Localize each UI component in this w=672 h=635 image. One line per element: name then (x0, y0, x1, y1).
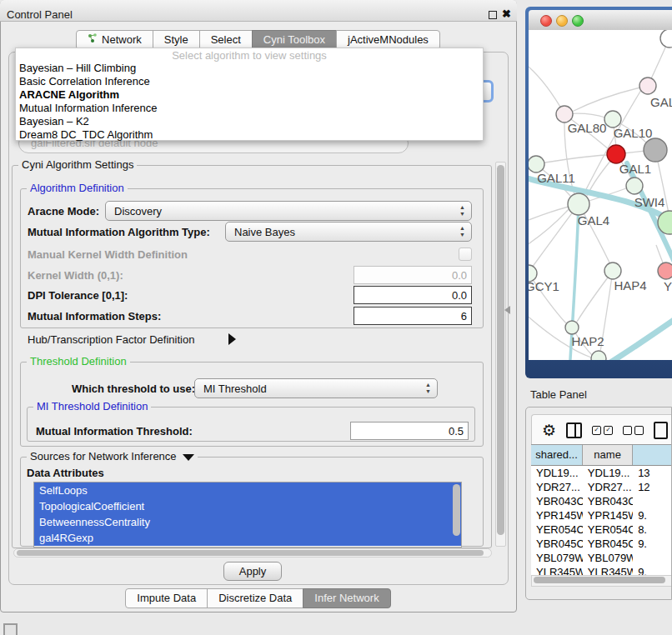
algorithm-option[interactable]: Mutual Information Inference (16, 102, 483, 115)
network-edge[interactable] (577, 271, 613, 322)
node-table[interactable]: shared...name YDL19...YDL19...13YDR27...… (531, 444, 672, 576)
network-graph[interactable]: GALGAL80GAL10GAL1GAL11SWI4GAL4GCY1HAP4YH… (529, 30, 672, 360)
table-cell: YPR145W (531, 508, 583, 522)
table-cell: YBR045C (583, 537, 633, 551)
table-row[interactable]: YBL079WYBL079W (531, 551, 672, 565)
window-zoom-icon[interactable] (572, 15, 584, 27)
algorithm-definition-title: Algorithm Definition (27, 182, 128, 194)
algorithm-option[interactable]: Dream8 DC_TDC Algorithm (16, 128, 483, 142)
network-node-y[interactable] (658, 262, 672, 279)
table-panel-window: ⚙ ✓✓ shared...name YDL19...YDL19...13YDR… (525, 407, 672, 600)
apply-button[interactable]: Apply (223, 562, 282, 581)
table-row[interactable]: YDL19...YDL19...13 (531, 466, 672, 480)
table-cell: YBR045C (531, 537, 583, 551)
which-threshold-combo[interactable]: MI Threshold ▲▼ (194, 378, 438, 398)
mi-type-label: Mutual Information Algorithm Type: (28, 226, 210, 238)
aracne-mode-combo[interactable]: Discovery ▲▼ (105, 201, 472, 221)
table-cell: 13 (633, 466, 672, 480)
data-attribute-item[interactable]: BetweennessCentrality (34, 514, 461, 530)
table-cell: YDL19... (531, 466, 583, 480)
table-header-row: shared...name (531, 445, 672, 466)
algorithm-option[interactable]: Basic Correlation Inference (16, 75, 483, 88)
network-node[interactable] (660, 30, 672, 48)
network-edge[interactable] (536, 155, 607, 164)
table-row[interactable]: YBR045CYBR045C9. (531, 537, 672, 551)
table-horizontal-scrollbar[interactable] (531, 575, 672, 587)
table-cell: YPR145W (583, 508, 633, 522)
network-canvas[interactable]: GALGAL80GAL10GAL1GAL11SWI4GAL4GCY1HAP4YH… (529, 30, 672, 360)
network-node-gal11[interactable] (529, 156, 544, 172)
manual-kernel-checkbox[interactable] (459, 248, 472, 261)
threshold-definition-title: Threshold Definition (27, 355, 130, 368)
algorithm-popup-prompt: Select algorithm to view settings (16, 48, 483, 62)
control-panel-title: Control Panel (7, 8, 73, 21)
mi-steps-label: Mutual Information Steps: (28, 310, 161, 322)
mi-type-combo[interactable]: Naive Bayes ▲▼ (225, 222, 472, 242)
expand-right-icon[interactable] (228, 333, 236, 345)
columns-icon[interactable] (566, 422, 582, 438)
table-cell (633, 551, 672, 565)
network-node-gal80[interactable] (556, 106, 573, 122)
table-column-header[interactable]: name (583, 445, 633, 465)
mi-threshold-field[interactable] (350, 422, 469, 440)
dock-panel-icon[interactable] (3, 623, 18, 635)
algorithm-option[interactable]: Bayesian – Hill Climbing (16, 62, 483, 75)
table-column-header[interactable]: shared... (531, 445, 583, 465)
network-node-gal4[interactable] (568, 193, 589, 215)
table-row[interactable]: YBR043CYBR043C (531, 494, 672, 508)
table-column-header[interactable] (633, 445, 672, 465)
collapse-down-icon[interactable] (183, 454, 194, 461)
close-icon[interactable]: ✖ (502, 8, 511, 20)
network-node-gal[interactable] (639, 78, 656, 94)
network-node[interactable] (591, 351, 606, 360)
tab-network-label: Network (102, 31, 142, 49)
table-row[interactable]: YER054CYER054C8. (531, 522, 672, 537)
kernel-width-label: Kernel Width (0,1): (28, 269, 123, 282)
control-panel-titlebar[interactable] (0, 0, 517, 22)
kernel-width-field[interactable] (354, 266, 472, 284)
window-minimize-icon[interactable] (556, 15, 568, 27)
network-node-gal10[interactable] (604, 111, 621, 128)
network-node-label: GAL10 (614, 126, 653, 140)
table-row[interactable]: YPR145WYPR145W9. (531, 508, 672, 522)
table-cell: YER054C (583, 522, 633, 537)
network-node-swi4[interactable] (626, 178, 643, 194)
dpi-tolerance-field[interactable] (354, 286, 472, 304)
network-node-gal1[interactable] (607, 145, 625, 163)
data-attributes-list[interactable]: SelfLoopsTopologicalCoefficientBetweenne… (33, 482, 462, 548)
tab-infer-network[interactable]: Infer Network (303, 588, 390, 608)
network-window[interactable]: GALGAL80GAL10GAL1GAL11SWI4GAL4GCY1HAP4YH… (525, 7, 672, 378)
network-edge[interactable] (529, 207, 569, 222)
network-node-label: GAL11 (537, 171, 575, 185)
network-edge[interactable] (529, 63, 564, 114)
network-node-hap4[interactable] (604, 262, 621, 279)
network-edge[interactable] (529, 209, 569, 247)
settings-vertical-scrollbar[interactable] (495, 162, 506, 547)
table-cell: 9. (633, 508, 672, 522)
select-all-columns-icon[interactable]: ✓✓ (592, 426, 613, 435)
cyni-bottom-tabs: Impute Data Discretize Data Infer Networ… (0, 588, 517, 608)
network-node[interactable] (644, 138, 667, 162)
window-close-icon[interactable] (540, 15, 552, 27)
attributes-scrollbar[interactable] (453, 484, 460, 536)
float-window-icon[interactable] (489, 11, 497, 19)
data-attribute-item[interactable]: SelfLoops (34, 482, 461, 498)
network-node-label: GCY1 (529, 279, 559, 293)
gear-icon[interactable]: ⚙ (542, 422, 556, 438)
algorithm-option[interactable]: Bayesian – K2 (16, 115, 483, 128)
data-attribute-item[interactable]: TopologicalCoefficient (34, 498, 461, 514)
mi-steps-field[interactable] (354, 307, 472, 325)
splitpane-collapse-icon[interactable] (504, 306, 510, 314)
table-cell: YDR27... (531, 480, 583, 494)
network-window-titlebar[interactable] (529, 10, 672, 31)
export-table-icon[interactable] (654, 422, 668, 439)
tab-discretize-data[interactable]: Discretize Data (207, 588, 303, 608)
tab-impute-data[interactable]: Impute Data (125, 588, 208, 608)
table-cell: 12 (633, 480, 672, 494)
settings-horizontal-scrollbar[interactable] (13, 548, 492, 558)
network-node-hap2[interactable] (565, 321, 579, 334)
unselect-all-columns-icon[interactable] (623, 426, 644, 435)
algorithm-option[interactable]: ARACNE Algorithm (16, 88, 483, 102)
table-row[interactable]: YDR27...YDR27...12 (531, 480, 672, 494)
data-attribute-item[interactable]: gal4RGexp (34, 530, 461, 546)
